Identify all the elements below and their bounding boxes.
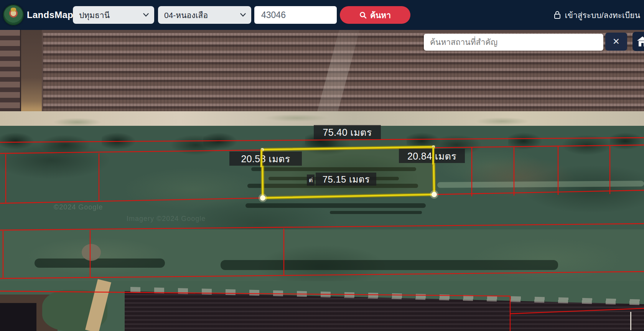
province-select-value: ปทุมธานี bbox=[79, 9, 110, 21]
chevron-down-icon bbox=[240, 13, 246, 17]
parcel-edge-segment bbox=[432, 147, 434, 165]
top-navbar: LandsMaps ปทุมธานี 04-หนองเสือ ค้นหา เข้… bbox=[0, 0, 644, 30]
district-select-value: 04-หนองเสือ bbox=[164, 9, 208, 21]
white-post bbox=[630, 312, 631, 330]
parcel-edge-segment bbox=[260, 150, 262, 167]
login-register-label: เข้าสู่ระบบ/ลงทะเบียน bbox=[565, 9, 640, 21]
clear-search-button[interactable]: ✕ bbox=[605, 33, 627, 51]
measurement-label-top: 75.40 เมตร bbox=[314, 125, 381, 139]
home-button[interactable] bbox=[632, 32, 644, 51]
vertex-handle[interactable] bbox=[432, 192, 437, 197]
search-button[interactable]: ค้นหา bbox=[340, 6, 410, 24]
measurement-label-base-prefix: ต่ bbox=[307, 175, 315, 186]
measurement-label-left: 20.58 เมตร bbox=[229, 152, 302, 166]
district-select[interactable]: 04-หนองเสือ bbox=[158, 6, 251, 24]
place-search-input[interactable] bbox=[424, 34, 603, 51]
lock-icon bbox=[553, 10, 561, 20]
search-button-label: ค้นหา bbox=[370, 9, 391, 21]
vertex-handle[interactable] bbox=[260, 195, 265, 201]
home-icon bbox=[637, 36, 644, 47]
department-of-lands-logo-icon bbox=[3, 5, 24, 25]
chevron-down-icon bbox=[143, 13, 149, 17]
close-icon: ✕ bbox=[613, 36, 620, 47]
landsmaps-app: LandsMaps ปทุมธานี 04-หนองเสือ ค้นหา เข้… bbox=[0, 0, 644, 331]
login-register-link[interactable]: เข้าสู่ระบบ/ลงทะเบียน bbox=[553, 0, 640, 30]
app-title: LandsMaps bbox=[27, 0, 79, 30]
measurement-label-base-group: ต่ 75.15 เมตร bbox=[307, 173, 376, 186]
search-icon bbox=[359, 12, 367, 19]
measurement-label-base: 75.15 เมตร bbox=[316, 173, 376, 186]
map-canvas[interactable]: ©2024 Google Imagery ©2024 Google bbox=[0, 30, 644, 331]
province-select[interactable]: ปทุมธานี bbox=[73, 6, 154, 24]
parcel-number-input[interactable] bbox=[254, 6, 337, 24]
